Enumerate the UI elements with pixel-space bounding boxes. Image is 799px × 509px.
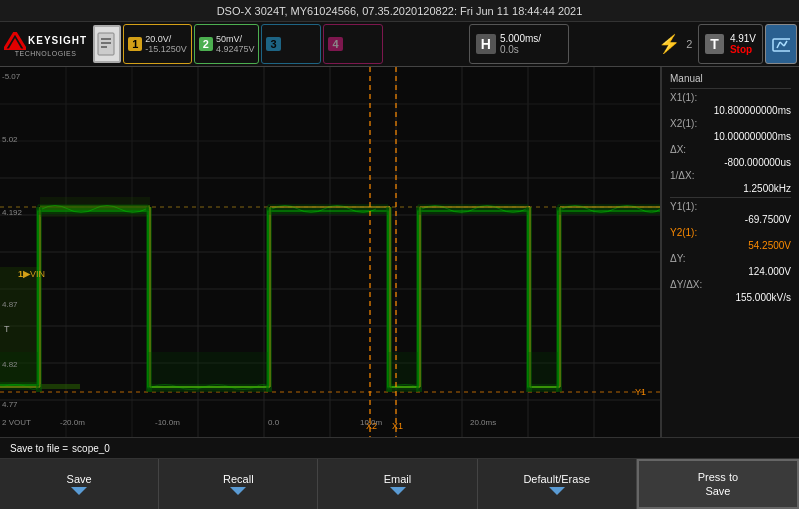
svg-rect-60	[266, 207, 272, 392]
email-label: Email	[384, 473, 412, 485]
logo: KEYSIGHT TECHNOLOGIES	[4, 32, 87, 57]
horizontal-scale: 5.000ms/	[500, 33, 541, 44]
svg-rect-61	[386, 207, 392, 392]
ch3-scale	[284, 39, 287, 49]
ch1-number: 1	[128, 37, 142, 51]
inv-dx-row: 1/ΔX:	[670, 170, 791, 181]
channel-4-button[interactable]: 4	[323, 24, 383, 64]
dy-val-row: 124.000V	[670, 266, 791, 277]
svg-rect-51	[38, 205, 148, 215]
press-to-save-line2: Save	[705, 485, 730, 497]
trigger-num: 2	[686, 38, 692, 50]
recall-arrow-icon	[230, 487, 246, 495]
default-erase-button[interactable]: Default/Erase	[478, 459, 637, 509]
recall-label: Recall	[223, 473, 254, 485]
svg-text:VIN: VIN	[30, 269, 45, 279]
channel-2-button[interactable]: 2 50mV/ 4.92475V	[194, 24, 260, 64]
y1-label: Y1(1):	[670, 201, 697, 212]
ch4-scale	[346, 39, 349, 49]
x1-row: X1(1):	[670, 92, 791, 103]
svg-text:4.82: 4.82	[2, 360, 18, 369]
channel-1-button[interactable]: 1 20.0V/ -15.1250V	[123, 24, 192, 64]
y2-value: 54.2500V	[670, 240, 791, 251]
ch4-number: 4	[328, 37, 342, 51]
ch2-number: 2	[199, 37, 213, 51]
y1-val-row: -69.7500V	[670, 214, 791, 225]
x2-value: 10.000000000ms	[670, 131, 791, 142]
svg-rect-6	[773, 39, 790, 51]
dy-dx-label: ΔY/ΔX:	[670, 279, 702, 290]
svg-rect-64	[556, 207, 562, 392]
save-button[interactable]: Save	[0, 459, 159, 509]
x2-row: X2(1):	[670, 118, 791, 129]
scope-screen: X1 X2 1▶ VIN T -5.07 5.02 4.192 4.87 4.8…	[0, 67, 661, 437]
brand-sub: TECHNOLOGIES	[15, 50, 77, 57]
svg-rect-54	[388, 352, 418, 392]
y1-value: -69.7500V	[670, 214, 791, 225]
svg-rect-57	[558, 205, 660, 215]
keysight-logo-icon	[4, 32, 26, 50]
svg-text:-5.07: -5.07	[2, 72, 21, 81]
svg-line-8	[780, 42, 784, 46]
x1-label: X1(1):	[670, 92, 697, 103]
trigger-status: Stop	[730, 44, 756, 55]
channel-3-button[interactable]: 3	[261, 24, 321, 64]
file-save-bar: Save to file = scope_0	[0, 437, 799, 459]
dy-value: 124.000V	[670, 266, 791, 277]
trigger-level: 4.91V	[730, 33, 756, 44]
svg-text:-20.0m: -20.0m	[60, 418, 85, 427]
dx-value: -800.000000us	[670, 157, 791, 168]
svg-line-9	[784, 41, 787, 46]
dx-label: ΔX:	[670, 144, 686, 155]
svg-text:Y1: Y1	[635, 387, 646, 397]
dy-dx-row: ΔY/ΔX:	[670, 279, 791, 290]
auto-scale-button[interactable]	[765, 24, 797, 64]
trigger-button[interactable]: T 4.91V Stop	[698, 24, 763, 64]
file-label: Save to file =	[10, 443, 68, 454]
cursor-mode-label: Manual	[670, 73, 791, 84]
svg-rect-56	[528, 352, 558, 392]
horizontal-label: H	[476, 34, 496, 54]
press-to-save-button[interactable]: Press to Save	[637, 459, 799, 509]
inv-dx-value: 1.2500kHz	[670, 183, 791, 194]
y2-row: Y2(1):	[670, 227, 791, 238]
ch1-scale: 20.0V/	[145, 34, 187, 44]
save-arrow-icon	[71, 487, 87, 495]
ch2-offset: 4.92475V	[216, 44, 255, 54]
svg-text:4.87: 4.87	[2, 300, 18, 309]
header-controls: KEYSIGHT TECHNOLOGIES 1 20.0V/ -15.1250V…	[0, 22, 799, 67]
dy-dx-val-row: 155.000kV/s	[670, 292, 791, 303]
recall-button[interactable]: Recall	[159, 459, 318, 509]
ch1-offset: -15.1250V	[145, 44, 187, 54]
svg-rect-58	[36, 207, 42, 392]
menu-icon-button[interactable]	[93, 25, 121, 63]
auto-scale-icon	[772, 34, 790, 54]
default-erase-label: Default/Erase	[523, 473, 590, 485]
svg-rect-37	[40, 384, 80, 389]
x1-value: 10.800000000ms	[670, 105, 791, 116]
svg-rect-59	[146, 207, 152, 392]
svg-line-7	[777, 42, 780, 48]
scope-title: DSO-X 3024T, MY61024566, 07.35.202012082…	[217, 5, 583, 17]
inv-dx-label: 1/ΔX:	[670, 170, 694, 181]
filename: scope_0	[72, 443, 110, 454]
y2-label: Y2(1):	[670, 227, 697, 238]
cursor-measurements-panel: Manual X1(1): 10.800000000ms X2(1): 10.0…	[661, 67, 799, 437]
horizontal-position: 0.0s	[500, 44, 541, 55]
svg-text:-10.0m: -10.0m	[155, 418, 180, 427]
save-label: Save	[67, 473, 92, 485]
svg-text:2 VOUT: 2 VOUT	[2, 418, 31, 427]
x1-val-row: 10.800000000ms	[670, 105, 791, 116]
svg-text:T: T	[4, 324, 10, 334]
dx-val-row: -800.000000us	[670, 157, 791, 168]
y1-row: Y1(1):	[670, 201, 791, 212]
email-button[interactable]: Email	[318, 459, 477, 509]
divider-2	[670, 197, 791, 198]
divider-1	[670, 88, 791, 89]
y2-val-row: 54.2500V	[670, 240, 791, 251]
svg-rect-55	[418, 205, 528, 215]
dy-label: ΔY:	[670, 253, 686, 264]
svg-text:20.0ms: 20.0ms	[470, 418, 496, 427]
default-erase-arrow-icon	[549, 487, 565, 495]
horizontal-button[interactable]: H 5.000ms/ 0.0s	[469, 24, 569, 64]
